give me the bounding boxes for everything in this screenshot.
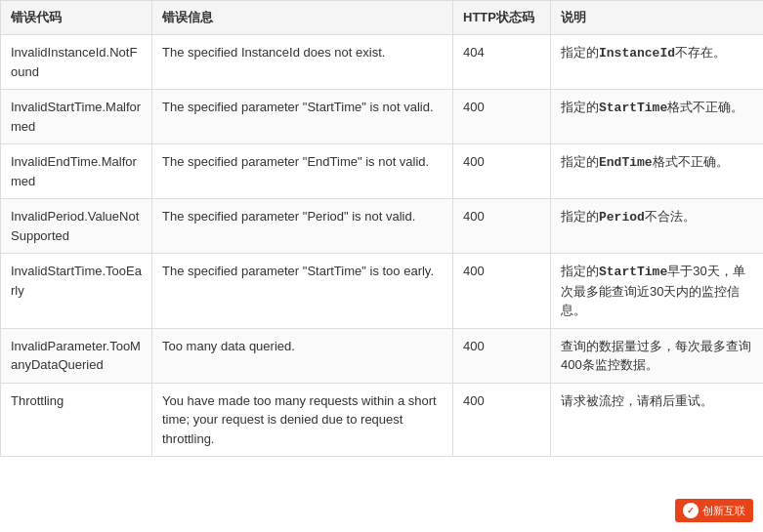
table-row: InvalidStartTime.MalformedThe specified … bbox=[1, 90, 764, 144]
cell-message: Too many data queried. bbox=[152, 328, 453, 383]
cell-http: 400 bbox=[453, 254, 551, 329]
cell-desc: 指定的InstanceId不存在。 bbox=[551, 35, 764, 90]
cell-code: InvalidInstanceId.NotFound bbox=[1, 35, 152, 90]
table-row: InvalidEndTime.MalformedThe specified pa… bbox=[1, 144, 764, 199]
header-message: 错误信息 bbox=[152, 1, 453, 35]
table-header-row: 错误代码 错误信息 HTTP状态码 说明 bbox=[1, 1, 764, 35]
cell-code: InvalidStartTime.TooEarly bbox=[1, 254, 152, 329]
header-http: HTTP状态码 bbox=[453, 1, 551, 35]
error-table-container: 错误代码 错误信息 HTTP状态码 说明 InvalidInstanceId.N… bbox=[0, 0, 763, 457]
watermark-badge: ✓ 创新互联 bbox=[675, 499, 753, 522]
cell-desc: 请求被流控，请稍后重试。 bbox=[551, 383, 764, 457]
cell-code: InvalidParameter.TooManyDataQueried bbox=[1, 328, 152, 383]
watermark-icon: ✓ bbox=[683, 503, 699, 518]
cell-desc: 查询的数据量过多，每次最多查询400条监控数据。 bbox=[551, 328, 764, 383]
error-table: 错误代码 错误信息 HTTP状态码 说明 InvalidInstanceId.N… bbox=[0, 0, 763, 457]
cell-message: You have made too many requests within a… bbox=[152, 383, 453, 457]
cell-http: 400 bbox=[453, 383, 551, 457]
cell-http: 400 bbox=[453, 144, 551, 199]
table-row: ThrottlingYou have made too many request… bbox=[1, 383, 764, 457]
header-code: 错误代码 bbox=[1, 1, 152, 35]
header-desc: 说明 bbox=[551, 1, 764, 35]
cell-desc: 指定的StartTime格式不正确。 bbox=[551, 90, 764, 144]
table-row: InvalidPeriod.ValueNotSupportedThe speci… bbox=[1, 199, 764, 254]
cell-message: The specified parameter "Period" is not … bbox=[152, 199, 453, 254]
cell-message: The specified InstanceId does not exist. bbox=[152, 35, 453, 90]
cell-code: Throttling bbox=[1, 383, 152, 457]
table-row: InvalidParameter.TooManyDataQueriedToo m… bbox=[1, 328, 764, 383]
cell-desc: 指定的StartTime早于30天，单次最多能查询近30天内的监控信息。 bbox=[551, 254, 764, 329]
cell-http: 400 bbox=[453, 90, 551, 144]
cell-http: 404 bbox=[453, 35, 551, 90]
watermark-text: 创新互联 bbox=[702, 504, 745, 518]
cell-message: The specified parameter "EndTime" is not… bbox=[152, 144, 453, 199]
table-row: InvalidInstanceId.NotFoundThe specified … bbox=[1, 35, 764, 90]
cell-http: 400 bbox=[453, 199, 551, 254]
cell-message: The specified parameter "StartTime" is t… bbox=[152, 254, 453, 329]
cell-desc: 指定的Period不合法。 bbox=[551, 199, 764, 254]
table-row: InvalidStartTime.TooEarlyThe specified p… bbox=[1, 254, 764, 329]
cell-message: The specified parameter "StartTime" is n… bbox=[152, 90, 453, 144]
cell-desc: 指定的EndTime格式不正确。 bbox=[551, 144, 764, 199]
cell-code: InvalidPeriod.ValueNotSupported bbox=[1, 199, 152, 254]
cell-http: 400 bbox=[453, 328, 551, 383]
cell-code: InvalidStartTime.Malformed bbox=[1, 90, 152, 144]
cell-code: InvalidEndTime.Malformed bbox=[1, 144, 152, 199]
